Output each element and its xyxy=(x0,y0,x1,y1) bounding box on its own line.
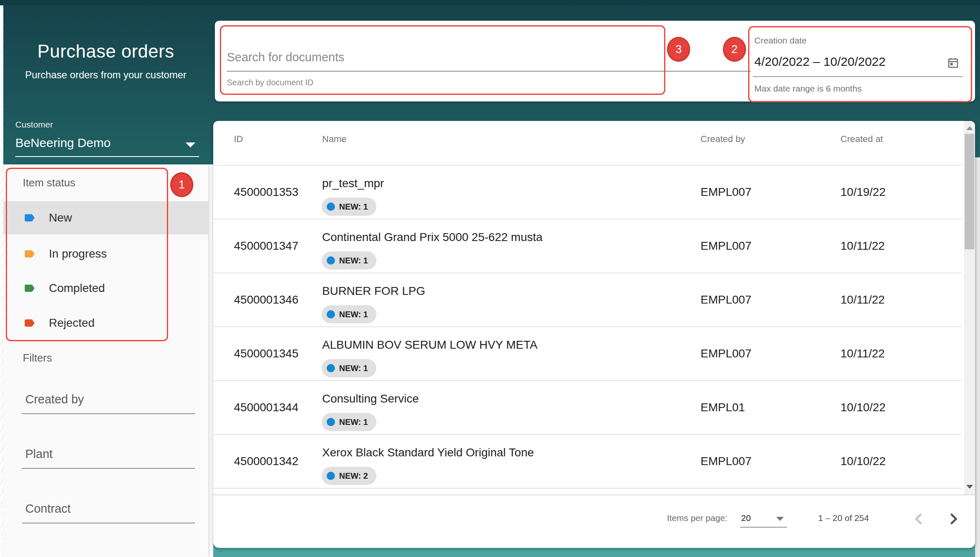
table-row[interactable]: 4500001344 Consulting Service NEW: 1 EMP… xyxy=(213,381,962,435)
row-created-at: 10/19/22 xyxy=(840,186,886,199)
row-id: 4500001347 xyxy=(234,239,299,253)
row-name: Consulting Service xyxy=(322,392,419,405)
items-per-page-label: Items per page: xyxy=(667,513,727,523)
table-scrollbar[interactable] xyxy=(964,121,975,494)
status-badge-text: NEW: 1 xyxy=(339,202,368,212)
items-per-page-caret-icon[interactable] xyxy=(776,517,784,521)
customer-select-underline xyxy=(15,156,199,157)
page-subtitle: Purchase orders from your customer xyxy=(3,69,208,81)
annotation-box-item-status xyxy=(6,168,168,341)
documents-table-card: ID Name Created by Created at 4500001353… xyxy=(213,121,975,548)
new-dot-icon xyxy=(327,256,335,265)
status-badge: NEW: 1 xyxy=(322,413,376,431)
customer-select[interactable]: BeNeering Demo xyxy=(15,134,199,156)
row-created-at: 10/11/22 xyxy=(840,293,885,306)
row-id: 4500001346 xyxy=(234,293,299,306)
scroll-down-icon[interactable] xyxy=(966,485,973,489)
items-per-page-select[interactable]: 20 xyxy=(741,513,751,523)
status-badge-text: NEW: 1 xyxy=(339,310,368,319)
status-badge: NEW: 2 xyxy=(322,467,376,485)
status-badge-text: NEW: 1 xyxy=(339,417,368,427)
row-created-at: 10/10/22 xyxy=(840,401,886,414)
status-badge: NEW: 1 xyxy=(322,305,376,323)
filter-input-label: Contract xyxy=(25,502,71,516)
row-name: ALBUMIN BOV SERUM LOW HVY META xyxy=(322,338,537,352)
filter-input-contract[interactable]: Contract xyxy=(22,494,195,523)
row-name: pr_test_mpr xyxy=(322,177,384,190)
next-page-button[interactable] xyxy=(943,509,963,529)
column-header-created-by: Created by xyxy=(701,134,745,145)
row-name: Xerox Black Standard Yield Original Tone xyxy=(322,446,534,459)
filter-input-label: Plant xyxy=(25,447,53,461)
row-id: 4500001345 xyxy=(234,347,299,360)
status-badge: NEW: 1 xyxy=(322,359,376,377)
filter-input-label: Created by xyxy=(25,393,84,406)
column-header-id: ID xyxy=(234,134,243,145)
row-created-by: EMPL007 xyxy=(701,293,751,306)
table-row[interactable]: 4500001342 Xerox Black Standard Yield Or… xyxy=(213,435,962,489)
items-per-page-underline xyxy=(740,527,787,528)
new-dot-icon xyxy=(327,472,335,480)
customer-label: Customer xyxy=(15,120,53,130)
row-created-by: EMPL007 xyxy=(701,186,751,199)
row-created-at: 10/11/22 xyxy=(840,239,885,253)
row-created-by: EMPL007 xyxy=(701,347,751,360)
filter-input-plant[interactable]: Plant xyxy=(22,440,195,469)
row-name: Continental Grand Prix 5000 25-622 musta xyxy=(322,231,542,244)
table-row[interactable]: 4500001345 ALBUMIN BOV SERUM LOW HVY MET… xyxy=(213,327,962,381)
chevron-down-icon xyxy=(185,142,195,147)
annotation-box-search xyxy=(220,25,665,95)
filters-label: Filters xyxy=(23,352,52,364)
row-id: 4500001353 xyxy=(234,186,299,199)
row-id: 4500001342 xyxy=(234,455,299,468)
new-dot-icon xyxy=(327,203,335,211)
new-dot-icon xyxy=(327,364,335,372)
customer-select-value: BeNeering Demo xyxy=(15,136,111,150)
top-dark-strip xyxy=(0,0,980,5)
row-created-at: 10/10/22 xyxy=(840,455,886,468)
pagination-range: 1 – 20 of 254 xyxy=(818,513,869,523)
row-created-by: EMPL01 xyxy=(701,401,745,414)
page-title: Purchase orders xyxy=(3,41,208,62)
column-header-name: Name xyxy=(322,134,347,145)
table-row[interactable]: 4500001347 Continental Grand Prix 5000 2… xyxy=(213,219,962,273)
scroll-up-icon[interactable] xyxy=(966,126,973,130)
annotation-badge-3: 3 xyxy=(667,37,690,62)
table-bottom-divider xyxy=(213,494,975,495)
table-row[interactable]: 4500001346 BURNER FOR LPG NEW: 1 EMPL007… xyxy=(213,273,962,327)
status-badge-text: NEW: 1 xyxy=(339,364,368,373)
scrollbar-thumb[interactable] xyxy=(965,134,974,249)
status-badge: NEW: 1 xyxy=(322,251,376,270)
window-scrollbar-track[interactable] xyxy=(975,157,980,557)
row-created-by: EMPL007 xyxy=(701,239,751,253)
row-id: 4500001344 xyxy=(234,401,299,414)
column-header-created-at: Created at xyxy=(840,134,883,145)
table-row[interactable]: 4500001353 pr_test_mpr NEW: 1 EMPL007 10… xyxy=(213,166,962,219)
status-badge: NEW: 1 xyxy=(322,198,376,216)
filter-input-created-by[interactable]: Created by xyxy=(22,385,195,414)
annotation-badge-2: 2 xyxy=(723,37,746,62)
row-name: BURNER FOR LPG xyxy=(322,285,425,298)
status-badge-text: NEW: 1 xyxy=(339,256,368,265)
row-created-by: EMPL007 xyxy=(701,455,751,468)
row-created-at: 10/11/22 xyxy=(840,347,885,360)
new-dot-icon xyxy=(327,418,335,426)
previous-page-button[interactable] xyxy=(909,509,929,529)
status-badge-text: NEW: 2 xyxy=(339,471,368,481)
new-dot-icon xyxy=(327,310,335,318)
annotation-box-creation-date xyxy=(748,26,972,102)
table-rows: 4500001353 pr_test_mpr NEW: 1 EMPL007 10… xyxy=(213,166,962,489)
annotation-badge-1: 1 xyxy=(170,172,193,197)
